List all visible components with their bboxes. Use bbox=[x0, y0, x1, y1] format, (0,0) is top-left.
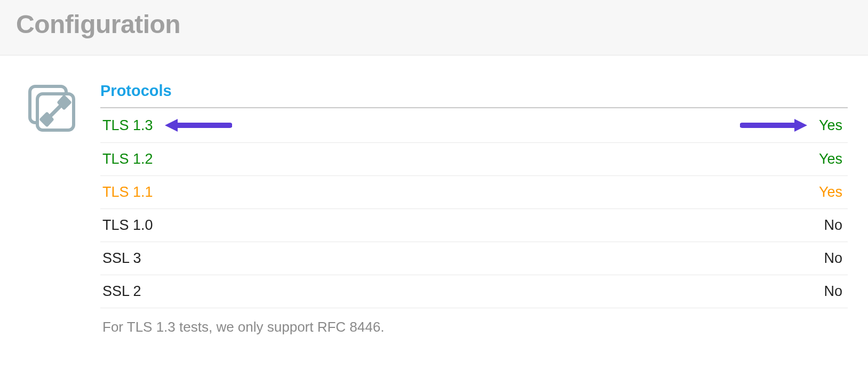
exchange-arrows-icon bbox=[25, 82, 78, 135]
svg-marker-8 bbox=[794, 119, 807, 132]
table-row: SSL 2 No bbox=[100, 275, 848, 308]
protocols-section: Protocols TLS 1.3 bbox=[100, 82, 852, 335]
protocol-name: TLS 1.1 bbox=[102, 184, 153, 200]
table-row: TLS 1.0 No bbox=[100, 209, 848, 242]
protocol-value: Yes bbox=[819, 184, 845, 200]
protocol-value: No bbox=[824, 250, 845, 267]
annotation-arrow-left-icon bbox=[163, 116, 232, 134]
protocol-name: TLS 1.2 bbox=[102, 151, 153, 167]
svg-marker-4 bbox=[42, 114, 52, 125]
protocol-name: SSL 2 bbox=[102, 283, 141, 300]
page-header: Configuration bbox=[0, 0, 868, 55]
protocols-icon bbox=[25, 82, 78, 138]
page-title: Configuration bbox=[16, 10, 852, 39]
protocol-value: Yes bbox=[819, 117, 842, 134]
content-area: Protocols TLS 1.3 bbox=[0, 55, 868, 335]
protocol-name: SSL 3 bbox=[102, 250, 141, 267]
table-row: TLS 1.2 Yes bbox=[100, 143, 848, 176]
protocol-name: TLS 1.0 bbox=[102, 217, 153, 234]
table-row: TLS 1.1 Yes bbox=[100, 176, 848, 209]
annotation-arrow-right-icon bbox=[740, 116, 809, 134]
protocol-value: Yes bbox=[819, 151, 845, 167]
protocol-value: No bbox=[824, 217, 845, 234]
footnote-text: For TLS 1.3 tests, we only support RFC 8… bbox=[100, 308, 848, 335]
svg-marker-6 bbox=[165, 119, 178, 132]
table-row: SSL 3 No bbox=[100, 242, 848, 275]
protocol-value: No bbox=[824, 283, 845, 300]
section-title: Protocols bbox=[100, 82, 848, 107]
svg-marker-3 bbox=[59, 97, 69, 108]
protocol-name: TLS 1.3 bbox=[102, 117, 153, 134]
table-row: TLS 1.3 Yes bbox=[100, 108, 848, 143]
protocols-table: TLS 1.3 Yes bbox=[100, 107, 848, 308]
